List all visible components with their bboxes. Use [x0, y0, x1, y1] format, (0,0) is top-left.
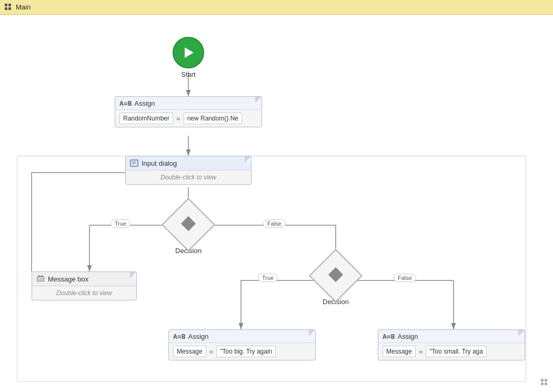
svg-marker-9	[185, 47, 194, 58]
assign3-eq: =	[419, 348, 423, 356]
assign1-row: RandomNumber = new Random().Ne	[115, 110, 262, 127]
true-label-1: True	[110, 219, 130, 228]
start-circle[interactable]	[173, 37, 204, 68]
assign1-field[interactable]: RandomNumber	[119, 113, 173, 124]
svg-rect-21	[541, 383, 544, 385]
svg-rect-16	[38, 275, 40, 277]
assign2-field[interactable]: Message	[173, 346, 206, 357]
corner-fold-5	[518, 330, 525, 336]
assign1-node[interactable]: A=B Assign RandomNumber = new Random().N…	[115, 96, 262, 127]
flow-canvas: Start A=B Assign RandomNumber = new Rand…	[0, 15, 553, 392]
assign2-title: Assign	[188, 333, 208, 340]
svg-rect-1	[8, 4, 11, 6]
svg-rect-17	[41, 275, 43, 277]
message-box-node[interactable]: Message box Double-click to view	[32, 272, 137, 300]
assign2-icon: A=B	[173, 333, 185, 340]
decision1-node[interactable]: Decision	[169, 206, 207, 255]
assign1-header: A=B Assign	[115, 97, 262, 110]
title-bar: Main	[0, 0, 553, 15]
message-box-icon	[36, 275, 45, 283]
assign1-value[interactable]: new Random().Ne	[184, 113, 242, 124]
svg-rect-13	[181, 216, 196, 231]
bottom-right-icon	[540, 378, 549, 389]
decision2-icon	[328, 267, 344, 283]
assign2-value[interactable]: "Too big. Try again	[216, 346, 276, 357]
assign3-header: A=B Assign	[378, 330, 525, 343]
resize-icon	[540, 378, 549, 387]
assign3-node[interactable]: A=B Assign Message = "Too small. Try aga	[378, 329, 525, 360]
message-box-title: Message box	[48, 275, 88, 283]
svg-rect-3	[8, 7, 11, 10]
corner-fold-1	[255, 97, 262, 103]
assign1-title: Assign	[134, 99, 155, 107]
grid-icon	[4, 3, 13, 12]
svg-rect-18	[328, 267, 343, 282]
start-label: Start	[181, 71, 195, 78]
svg-rect-15	[37, 277, 44, 281]
assign3-field[interactable]: Message	[383, 346, 416, 357]
false-label-2: False	[394, 274, 416, 282]
assign3-value[interactable]: "Too small. Try aga	[426, 346, 487, 357]
decision1-diamond[interactable]	[162, 198, 215, 252]
decision2-diamond[interactable]	[309, 249, 363, 303]
assign2-row: Message = "Too big. Try again	[169, 343, 315, 360]
input-dialog-node[interactable]: Input dialog Double-click to view	[125, 156, 252, 185]
decision2-node[interactable]: Decision	[317, 257, 355, 306]
false-label-1: False	[263, 219, 286, 228]
input-dialog-subtext: Double-click to view	[126, 170, 251, 184]
svg-rect-20	[545, 379, 547, 381]
decision2-inner	[328, 267, 344, 285]
svg-rect-0	[5, 4, 7, 6]
decision1-inner	[180, 216, 196, 234]
play-icon	[181, 45, 196, 60]
assign1-eq: =	[176, 115, 180, 123]
svg-rect-10	[130, 160, 138, 166]
window-title: Main	[16, 3, 31, 11]
corner-fold-4	[309, 330, 315, 336]
input-dialog-header: Input dialog	[126, 156, 251, 170]
assign3-icon: A=B	[383, 333, 395, 340]
assign3-row: Message = "Too small. Try aga	[378, 343, 525, 360]
assign2-node[interactable]: A=B Assign Message = "Too big. Try again	[168, 329, 316, 360]
assign2-header: A=B Assign	[169, 330, 315, 343]
svg-rect-22	[545, 383, 547, 385]
assign1-icon: A=B	[119, 99, 132, 107]
svg-rect-19	[541, 379, 544, 381]
message-box-header: Message box	[32, 272, 136, 286]
true-label-2: True	[258, 274, 278, 282]
decision1-icon	[180, 216, 196, 232]
start-node[interactable]: Start	[173, 37, 204, 78]
corner-fold-3	[130, 272, 136, 278]
assign2-eq: =	[209, 348, 214, 356]
message-box-subtext: Double-click to view	[32, 286, 136, 300]
corner-fold-2	[245, 156, 251, 163]
svg-rect-2	[5, 7, 7, 10]
input-dialog-title: Input dialog	[142, 159, 177, 167]
assign3-title: Assign	[397, 333, 418, 340]
input-dialog-icon	[130, 159, 138, 167]
